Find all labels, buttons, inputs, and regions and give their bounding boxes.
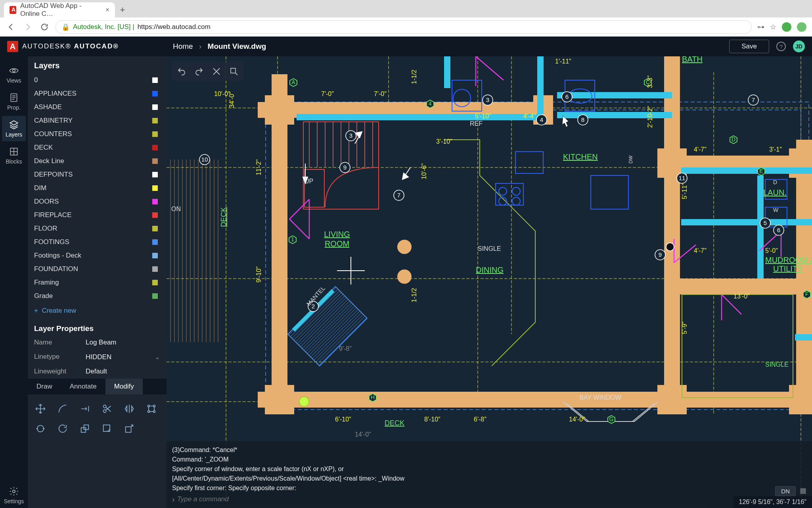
new-tab-button[interactable]: + — [115, 2, 130, 17]
svg-rect-35 — [258, 392, 812, 408]
redo-button[interactable] — [192, 64, 206, 79]
layer-row[interactable]: Grade — [28, 289, 164, 303]
rail-settings[interactable]: Settings — [2, 483, 26, 508]
layer-row[interactable]: DOORS — [28, 195, 164, 208]
layer-swatch — [152, 226, 158, 231]
grid-icon[interactable]: ▦ — [800, 486, 806, 496]
svg-text:4: 4 — [429, 100, 432, 107]
svg-text:10'-6": 10'-6" — [421, 163, 427, 179]
layer-row[interactable]: Deck Line — [28, 154, 164, 168]
layer-row[interactable]: DECK — [28, 141, 164, 154]
array-tool[interactable] — [143, 400, 160, 418]
svg-text:1-1/2: 1-1/2 — [411, 69, 417, 84]
svg-text:10'-0": 10'-0" — [214, 90, 230, 97]
layer-row[interactable]: APPLIANCES — [28, 87, 164, 100]
svg-rect-39 — [265, 385, 294, 414]
svg-text:14'-0": 14'-0" — [569, 416, 585, 423]
layer-row[interactable]: 0 — [28, 73, 164, 87]
tab-modify[interactable]: Modify — [105, 379, 143, 394]
layer-row[interactable]: FOOTINGS — [28, 235, 164, 249]
layer-row[interactable]: ASHADE — [28, 100, 164, 114]
back-button[interactable] — [6, 21, 17, 33]
tab-draw[interactable]: Draw — [28, 379, 61, 394]
svg-rect-80 — [515, 152, 543, 173]
layer-row[interactable]: CABINETRY — [28, 114, 164, 127]
svg-text:LIVINGROOM: LIVINGROOM — [324, 230, 350, 248]
forward-button[interactable] — [22, 21, 33, 33]
layer-list[interactable]: 0APPLIANCESASHADECABINETRYCOUNTERSDECKDe… — [28, 73, 167, 303]
star-icon[interactable]: ☆ — [770, 23, 776, 31]
layer-row[interactable]: Footings - Deck — [28, 249, 164, 262]
layer-swatch — [152, 145, 158, 150]
layer-swatch — [152, 118, 158, 123]
trim-tool[interactable] — [98, 400, 116, 418]
svg-text:DW: DW — [628, 155, 634, 164]
extension-icon[interactable] — [797, 22, 806, 32]
svg-text:7: 7 — [397, 192, 400, 198]
rail-views[interactable]: Views — [2, 62, 26, 87]
svg-point-111 — [299, 397, 309, 406]
breadcrumb-file: Mount View.dwg — [208, 42, 266, 50]
svg-text:6'-8": 6'-8" — [474, 416, 486, 423]
layer-swatch — [152, 293, 158, 299]
svg-text:9: 9 — [659, 251, 662, 258]
svg-text:SINGLE: SINGLE — [478, 245, 501, 252]
svg-text:5'-10": 5'-10" — [475, 113, 491, 119]
layer-row[interactable]: DIM — [28, 181, 164, 195]
url-field[interactable]: 🔒 Autodesk, Inc. [US] | https://web.auto… — [56, 20, 752, 34]
svg-text:3'-10": 3'-10" — [436, 138, 452, 145]
move-tool[interactable] — [32, 400, 49, 418]
layer-swatch — [152, 280, 158, 285]
svg-text:10: 10 — [201, 156, 208, 163]
offset-tool[interactable] — [76, 400, 94, 418]
svg-point-7 — [153, 405, 155, 407]
svg-point-110 — [666, 243, 674, 251]
breadcrumb-home[interactable]: Home — [173, 42, 193, 50]
dn-button[interactable]: DN — [775, 486, 796, 496]
layer-props-title: Layer Properties — [28, 319, 167, 335]
join-tool[interactable] — [32, 420, 49, 437]
save-button[interactable]: Save — [729, 40, 769, 53]
prop-value[interactable]: HIDDEN — [86, 353, 160, 361]
svg-text:4: 4 — [540, 116, 543, 123]
user-avatar[interactable]: JD — [793, 40, 805, 52]
fillet-tool[interactable] — [98, 420, 116, 437]
layers-panel: Layers 0APPLIANCESASHADECABINETRYCOUNTER… — [28, 56, 167, 508]
layer-row[interactable]: FLOOR — [28, 222, 164, 235]
help-icon[interactable]: ? — [776, 42, 786, 51]
layer-row[interactable]: DEFPOINTS — [28, 168, 164, 181]
tab-annotate[interactable]: Annotate — [61, 379, 105, 394]
svg-text:3: 3 — [349, 132, 352, 139]
zoom-extents-button[interactable] — [209, 64, 224, 79]
layer-row[interactable]: COUNTERS — [28, 127, 164, 141]
profile-avatar[interactable] — [782, 22, 791, 32]
rail-properties[interactable]: Prop. — [2, 89, 26, 114]
svg-text:7: 7 — [752, 96, 755, 103]
mirror-tool[interactable] — [121, 400, 138, 418]
reload-button[interactable] — [39, 21, 50, 33]
svg-rect-11 — [84, 425, 89, 430]
undo-button[interactable] — [174, 64, 189, 79]
arc-tool[interactable] — [54, 400, 71, 418]
svg-text:G: G — [609, 416, 614, 422]
key-icon[interactable]: ⊶ — [757, 23, 764, 31]
panel-title: Layers — [28, 56, 167, 73]
svg-text:5'-0": 5'-0" — [765, 247, 778, 254]
layer-row[interactable]: FIREPLACE — [28, 208, 164, 222]
rotate-tool[interactable] — [54, 420, 71, 437]
create-layer-button[interactable]: + Create new — [28, 303, 167, 319]
layer-row[interactable]: FOUNDATION — [28, 262, 164, 276]
command-input[interactable] — [177, 495, 806, 503]
browser-tab[interactable]: AutoCAD Web App - Online C… × — [4, 2, 115, 17]
rail-blocks[interactable]: Blocks — [2, 143, 26, 168]
rail-layers[interactable]: Layers — [2, 116, 26, 141]
drawing-canvas[interactable]: 1039 723 684 1175 96 ACD EH4 — [167, 56, 812, 508]
layer-row[interactable]: Framing — [28, 276, 164, 289]
stretch-tool[interactable] — [121, 420, 138, 437]
zoom-window-button[interactable] — [227, 64, 241, 79]
svg-text:9'-8": 9'-8" — [339, 345, 352, 352]
svg-text:1: 1 — [291, 236, 294, 242]
scale-tool[interactable] — [76, 420, 94, 437]
svg-text:3'-3": 3'-3" — [647, 75, 653, 88]
close-tab-icon[interactable]: × — [105, 6, 109, 14]
